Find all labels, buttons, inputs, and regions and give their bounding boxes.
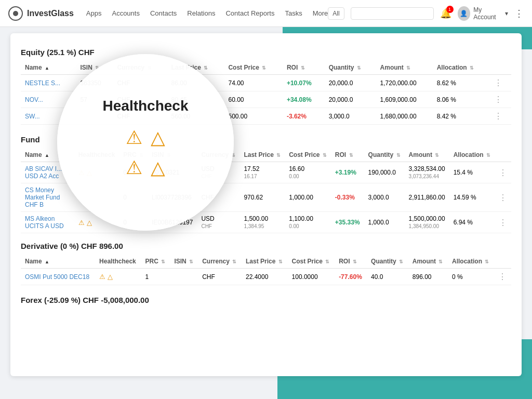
deriv-prc-cell: 1: [141, 269, 170, 285]
healthcheck-icons-row2: ⚠ △: [126, 157, 165, 179]
warning-triangle-icon: △: [108, 273, 113, 281]
equity-quantity-cell: 20,000.0: [325, 75, 376, 91]
avatar: 👤: [458, 6, 471, 21]
fund-col-allocation[interactable]: Allocation ⇅: [449, 148, 495, 162]
fund-last-price-cell: 970.62: [240, 183, 285, 212]
equity-roi-cell: +10.07%: [283, 75, 325, 91]
fund-cost-price-cell: 16.600.00: [285, 162, 331, 183]
nav-links: Apps Accounts Contacts Relations Contact…: [86, 9, 328, 17]
col-cost-price[interactable]: Cost Price ⇅: [224, 61, 282, 75]
fund-amount-cell: 2,911,860.00: [405, 183, 449, 212]
col-roi[interactable]: ROI ⇅: [283, 61, 325, 75]
equity-allocation-cell: 8.06 %: [433, 91, 490, 108]
fund-roi-cell: +3.19%: [331, 162, 364, 183]
deriv-cost-price-cell: 100.0000: [288, 269, 335, 285]
col-amount[interactable]: Amount ⇅: [376, 61, 433, 75]
deriv-quantity-cell: 40.0: [367, 269, 408, 285]
healthcheck-title: Healthcheck: [103, 98, 189, 114]
nav-contacts[interactable]: Contacts: [150, 9, 177, 17]
deriv-col-prc[interactable]: PRC ⇅: [141, 255, 170, 269]
derivative-section-header: Derivative (0 %) CHF 896.00: [21, 242, 511, 250]
fund-cost-price-cell: 1,000.00: [285, 183, 331, 212]
equity-name-link[interactable]: NOV...: [25, 96, 43, 103]
derivative-table-header-row: Name ▲ Healthcheck PRC ⇅ ISIN ⇅ Currency…: [21, 255, 511, 269]
account-button[interactable]: 👤 My Account ▾: [458, 6, 508, 21]
fund-cost-price-cell: 1,100.000.00: [285, 212, 331, 233]
fund-roi-cell: +35.33%: [331, 212, 364, 233]
row-menu-icon[interactable]: ⋮: [499, 168, 507, 177]
deriv-col-hc[interactable]: Healthcheck: [95, 255, 141, 269]
warning-triangle-icon-2: △: [151, 157, 165, 179]
derivative-table: Name ▲ Healthcheck PRC ⇅ ISIN ⇅ Currency…: [21, 255, 511, 285]
deriv-col-actions: [494, 255, 511, 269]
deriv-col-name[interactable]: Name ▲: [21, 255, 95, 269]
warning-circle-icon: ⚠: [78, 219, 85, 227]
fund-actions-cell: ⋮: [495, 212, 511, 233]
deriv-col-allocation[interactable]: Allocation ⇅: [448, 255, 494, 269]
row-menu-icon[interactable]: ⋮: [498, 272, 507, 281]
row-menu-icon[interactable]: ⋮: [494, 78, 502, 87]
table-row: OSMI Put 5000 DEC18 ⚠ △ 1 CHF 22.4000 10…: [21, 269, 511, 285]
col-allocation[interactable]: Allocation ⇅: [433, 61, 490, 75]
fund-quantity-cell: 1,000.0: [364, 212, 405, 233]
all-dropdown[interactable]: All: [328, 7, 344, 20]
equity-cost-price-cell: 60.00: [224, 91, 282, 108]
row-menu-icon[interactable]: ⋮: [494, 112, 502, 121]
account-label: My Account: [473, 6, 502, 21]
row-menu-icon[interactable]: ⋮: [499, 193, 507, 202]
fund-col-amount[interactable]: Amount ⇅: [405, 148, 449, 162]
fund-col-quantity[interactable]: Quantity ⇅: [364, 148, 405, 162]
deriv-col-isin[interactable]: ISIN ⇅: [170, 255, 198, 269]
equity-amount-cell: 1,680,000.00: [376, 108, 433, 125]
row-menu-icon[interactable]: ⋮: [494, 95, 502, 104]
healthcheck-icons-row1: ⚠ △: [126, 127, 165, 149]
nav-relations[interactable]: Relations: [187, 9, 215, 17]
nav-tasks[interactable]: Tasks: [285, 9, 302, 17]
fund-name-link[interactable]: MS Alkeon UCITS A USD: [25, 215, 64, 230]
deriv-actions-cell: ⋮: [494, 269, 511, 285]
deriv-col-amount[interactable]: Amount ⇅: [408, 255, 448, 269]
deriv-col-cost-price[interactable]: Cost Price ⇅: [288, 255, 335, 269]
deriv-last-price-cell: 22.4000: [242, 269, 288, 285]
row-menu-icon[interactable]: ⋮: [499, 218, 507, 227]
equity-actions-cell: ⋮: [490, 75, 511, 91]
fund-col-actions: [495, 148, 511, 162]
forex-section: Forex (-25.09 %) CHF -5,008,000.00: [21, 296, 511, 304]
fund-name-link[interactable]: AB SICAV I... USD A2 Acc: [25, 165, 62, 180]
search-input[interactable]: [351, 7, 434, 20]
notification-bell[interactable]: 🔔 1: [440, 8, 451, 19]
deriv-col-last-price[interactable]: Last Price ⇅: [242, 255, 288, 269]
fund-col-roi[interactable]: ROI ⇅: [331, 148, 364, 162]
nav-accounts[interactable]: Accounts: [112, 9, 139, 17]
warning-circle-icon-1: ⚠: [126, 127, 142, 149]
fund-col-cost-price[interactable]: Cost Price ⇅: [285, 148, 331, 162]
derivative-table-body: OSMI Put 5000 DEC18 ⚠ △ 1 CHF 22.4000 10…: [21, 269, 511, 285]
col-quantity[interactable]: Quantity ⇅: [325, 61, 376, 75]
nav-apps[interactable]: Apps: [86, 9, 102, 17]
fund-roi-cell: -0.33%: [331, 183, 364, 212]
derivative-section: Derivative (0 %) CHF 896.00 Name ▲ Healt…: [21, 242, 511, 285]
col-name[interactable]: Name ▲: [21, 61, 76, 75]
more-menu-icon[interactable]: ⋮: [514, 8, 524, 19]
deriv-name-link[interactable]: OSMI Put 5000 DEC18: [25, 273, 89, 281]
equity-name-link[interactable]: NESTLE S...: [25, 79, 60, 87]
deriv-col-roi[interactable]: ROI ⇅: [335, 255, 367, 269]
deriv-col-quantity[interactable]: Quantity ⇅: [367, 255, 408, 269]
deriv-allocation-cell: 0 %: [448, 269, 494, 285]
table-row: MS Alkeon UCITS A USD ⚠ △ 0 IE00B6126197…: [21, 212, 511, 233]
nav-more[interactable]: More: [313, 9, 328, 17]
equity-name-link[interactable]: SW...: [25, 113, 40, 120]
deriv-col-currency[interactable]: Currency ⇅: [198, 255, 242, 269]
warning-triangle-icon-1: △: [151, 127, 165, 149]
forex-section-header: Forex (-25.09 %) CHF -5,008,000.00: [21, 296, 511, 304]
warning-circle-icon-2: ⚠: [126, 157, 142, 179]
fund-name-link[interactable]: CS Money Market Fund CHF B: [25, 187, 60, 208]
nav-contact-reports[interactable]: Contact Reports: [225, 9, 274, 17]
fund-col-last-price[interactable]: Last Price ⇅: [240, 148, 285, 162]
fund-allocation-cell: 14.59 %: [449, 183, 495, 212]
main-content: Healthcheck ⚠ △ ⚠ △ Equity (25.1 %) CHF …: [10, 33, 522, 376]
equity-quantity-cell: 20,000.0: [325, 91, 376, 108]
equity-allocation-cell: 8.42 %: [433, 108, 490, 125]
fund-actions-cell: ⋮: [495, 183, 511, 212]
deriv-roi-cell: -77.60%: [335, 269, 367, 285]
